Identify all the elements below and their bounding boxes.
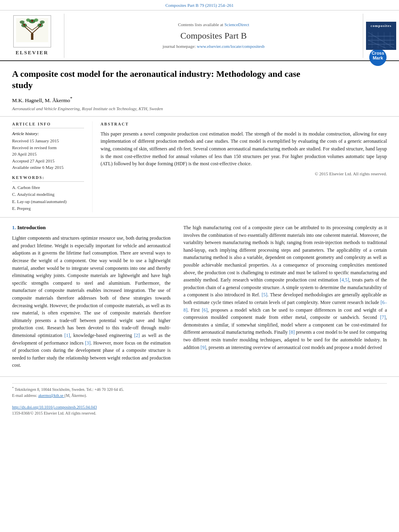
ref-5[interactable]: [5] — [262, 292, 267, 298]
footnote: * Teknikringen 8, 10044 Stockholm, Swede… — [12, 386, 387, 392]
article-info-abstract: ARTICLE INFO Article history: Received 1… — [0, 117, 399, 218]
footnote-symbol: * — [12, 386, 14, 390]
footer-separator — [12, 383, 387, 384]
svg-point-9 — [40, 21, 45, 24]
contents-available-line: Contents lists available at ScienceDirec… — [178, 22, 249, 28]
ref-4[interactable]: [4,5] — [340, 277, 349, 283]
history-title: Article history: — [12, 131, 84, 137]
right-column: The high manufacturing cost of a composi… — [177, 224, 387, 372]
svg-point-8 — [20, 21, 25, 24]
elsevier-tree-icon — [16, 18, 48, 42]
svg-point-11 — [26, 18, 30, 22]
svg-rect-1 — [31, 33, 33, 40]
journal-header: ELSEVIER Contents lists available at Sci… — [0, 10, 399, 61]
keywords-section: Keywords: A. Carbon fibre C. Analytical … — [12, 175, 84, 212]
left-column: 1. Introduction Lighter components and s… — [12, 224, 177, 372]
homepage-link[interactable]: www.elsevier.com/locate/compositesb — [197, 44, 265, 49]
affiliation-text: Aeronautical and Vehicle Engineering, Ro… — [12, 106, 387, 112]
author-asterisk: * — [70, 96, 72, 101]
journal-homepage: journal homepage: www.elsevier.com/locat… — [162, 43, 264, 49]
ref-7[interactable]: [7] — [380, 314, 386, 320]
composites-logo-area: composites — [363, 14, 399, 58]
available-online: Available online 6 May 2015 — [12, 164, 84, 171]
ref-8[interactable]: [8] — [289, 329, 295, 335]
ref-6-8[interactable]: [6–8] — [183, 300, 387, 313]
journal-info-center: Contents lists available at ScienceDirec… — [64, 14, 363, 58]
sciencedirect-link[interactable]: ScienceDirect — [224, 22, 249, 27]
authors-line: M.K. Hagnell, M. Åkermo* — [12, 95, 387, 104]
citation-text: Composites Part B 79 (2015) 254–261 — [165, 3, 234, 8]
keyword-4: E. Prepreg — [12, 205, 84, 212]
footnote-text: Teknikringen 8, 10044 Stockholm, Sweden.… — [15, 387, 124, 392]
citation-bar: Composites Part B 79 (2015) 254–261 — [0, 0, 399, 10]
section1-paragraph2: The high manufacturing cost of a composi… — [183, 224, 387, 351]
email-suffix: (M, Åkermo). — [64, 393, 87, 398]
received-date: Received 15 January 2015 — [12, 138, 84, 144]
ref-9[interactable]: [9] — [200, 345, 206, 350]
received-revised-label: Received in revised form — [12, 144, 84, 151]
journal-name: Composites Part B — [180, 30, 247, 42]
svg-point-13 — [23, 24, 25, 26]
footer: * Teknikringen 8, 10044 Stockholm, Swede… — [0, 376, 399, 419]
ref-6[interactable]: [6] — [202, 307, 208, 313]
keyword-2: C. Analytical modelling — [12, 191, 84, 198]
elsevier-tree-box — [13, 15, 51, 47]
section1-paragraph1: Lighter components and structures optimi… — [12, 234, 171, 369]
abstract-section: ABSTRACT This paper presents a novel com… — [93, 121, 387, 212]
elsevier-wordmark: ELSEVIER — [16, 49, 49, 56]
copyright-line: © 2015 Elsevier Ltd. All rights reserved… — [101, 171, 387, 177]
section1-number: 1. — [12, 224, 16, 230]
ref-2[interactable]: [2] — [134, 333, 140, 338]
abstract-text: This paper presents a novel composite pr… — [101, 130, 387, 168]
svg-point-12 — [34, 18, 38, 22]
main-content: 1. Introduction Lighter components and s… — [0, 218, 399, 376]
elsevier-logo-area: ELSEVIER — [0, 14, 64, 58]
article-info-panel: ARTICLE INFO Article history: Received 1… — [12, 121, 93, 212]
received-revised-date: 20 April 2015 — [12, 151, 84, 158]
composites-logo-icon — [368, 32, 394, 48]
svg-point-15 — [31, 20, 33, 22]
accepted-date: Accepted 27 April 2015 — [12, 158, 84, 164]
keyword-3: E. Lay-up (manual/automated) — [12, 198, 84, 205]
article-info-title: ARTICLE INFO — [12, 121, 84, 128]
authors-text: M.K. Hagnell, M. Åkermo — [12, 97, 70, 103]
email-label: E-mail address: — [12, 393, 37, 398]
issn-line: 1359-8368/© 2015 Elsevier Ltd. All right… — [12, 410, 387, 416]
homepage-prefix: journal homepage: — [162, 44, 195, 49]
email-line: E-mail address: akermo@kth.se (M, Åkermo… — [12, 392, 387, 398]
article-history: Article history: Received 15 January 201… — [12, 131, 84, 171]
keywords-title: Keywords: — [12, 175, 84, 182]
doi-link[interactable]: http://dx.doi.org/10.1016/j.compositesb.… — [12, 405, 97, 409]
contents-available-text: Contents lists available at — [178, 22, 223, 27]
composites-logo: composites — [366, 22, 396, 50]
article-title: A composite cost model for the aeronauti… — [12, 68, 318, 91]
keyword-1: A. Carbon fibre — [12, 184, 84, 191]
ref-3[interactable]: [3] — [85, 340, 90, 346]
abstract-title: ABSTRACT — [101, 121, 387, 127]
composites-logo-text: composites — [371, 23, 392, 29]
section1-heading: 1. Introduction — [12, 224, 171, 231]
article-title-section: Cross Mark A composite cost model for th… — [0, 61, 399, 117]
svg-point-14 — [39, 24, 41, 26]
section1-title: Introduction — [17, 224, 46, 230]
email-link[interactable]: akermo@kth.se — [38, 393, 64, 398]
elsevier-logo: ELSEVIER — [13, 15, 51, 56]
doi-line: http://dx.doi.org/10.1016/j.compositesb.… — [12, 404, 387, 410]
ref-1[interactable]: [1] — [64, 333, 70, 338]
